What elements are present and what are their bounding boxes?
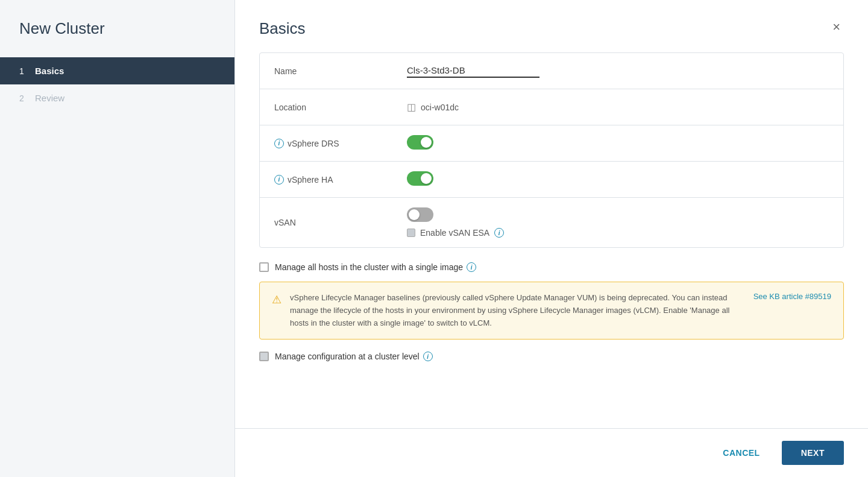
next-button[interactable]: NEXT xyxy=(782,441,844,465)
sidebar-title: New Cluster xyxy=(0,19,234,57)
warning-icon: ⚠ xyxy=(272,293,281,329)
step-number-2: 2 xyxy=(19,93,29,103)
datacenter-icon: ◫ xyxy=(407,101,416,113)
manage-hosts-checkbox[interactable] xyxy=(259,262,269,272)
location-label: Location xyxy=(274,103,407,112)
vsan-row: vSAN Enable vSAN ESA i xyxy=(260,198,843,247)
name-label: Name xyxy=(274,66,407,76)
vsan-esa-row: Enable vSAN ESA i xyxy=(407,228,829,238)
main-panel: Basics × Name Location ◫ oci-w01dc i vS xyxy=(235,0,868,477)
vsan-toggle[interactable] xyxy=(407,207,433,222)
vsan-esa-info-icon[interactable]: i xyxy=(494,228,504,238)
vsphere-ha-info-icon[interactable]: i xyxy=(274,175,284,185)
warning-text: vSphere Lifecycle Manager baselines (pre… xyxy=(290,292,745,329)
manage-config-checkbox[interactable] xyxy=(259,352,269,361)
manage-config-label: Manage configuration at a cluster level … xyxy=(275,352,433,361)
vsphere-drs-toggle-wrapper xyxy=(407,135,829,151)
warning-box: ⚠ vSphere Lifecycle Manager baselines (p… xyxy=(259,282,844,340)
name-value xyxy=(407,64,829,78)
step-label-review: Review xyxy=(35,93,64,103)
manage-hosts-info-icon[interactable]: i xyxy=(467,262,476,272)
sidebar: New Cluster 1 Basics 2 Review xyxy=(0,0,235,477)
location-value: ◫ oci-w01dc xyxy=(407,101,829,113)
manage-config-info-icon[interactable]: i xyxy=(423,352,433,361)
vsphere-drs-thumb xyxy=(421,137,432,148)
vsphere-ha-row: i vSphere HA xyxy=(260,162,843,198)
vsan-esa-label: Enable vSAN ESA xyxy=(420,228,489,238)
location-row: Location ◫ oci-w01dc xyxy=(260,89,843,125)
manage-config-row: Manage configuration at a cluster level … xyxy=(259,352,844,361)
step-label-basics: Basics xyxy=(35,66,64,76)
vsan-controls: Enable vSAN ESA i xyxy=(407,207,829,238)
sidebar-item-review[interactable]: 2 Review xyxy=(0,84,234,112)
cancel-button[interactable]: CANCEL xyxy=(708,441,774,465)
footer: CANCEL NEXT xyxy=(235,428,868,477)
name-row: Name xyxy=(260,53,843,89)
warning-link[interactable]: See KB article #89519 xyxy=(753,292,831,329)
vsphere-drs-label: i vSphere DRS xyxy=(274,139,407,148)
location-text: oci-w01dc xyxy=(421,103,459,112)
vsan-esa-checkbox[interactable] xyxy=(407,229,415,237)
close-button[interactable]: × xyxy=(829,19,844,35)
vsan-label: vSAN xyxy=(274,218,407,227)
manage-hosts-row: Manage all hosts in the cluster with a s… xyxy=(259,262,844,272)
vsphere-ha-label: i vSphere HA xyxy=(274,175,407,185)
manage-hosts-label: Manage all hosts in the cluster with a s… xyxy=(275,262,476,272)
basics-form: Name Location ◫ oci-w01dc i vSphere DRS xyxy=(259,52,844,248)
main-header: Basics × xyxy=(259,19,844,38)
vsphere-ha-thumb xyxy=(421,173,432,184)
vsphere-drs-toggle[interactable] xyxy=(407,135,433,150)
name-input[interactable] xyxy=(407,64,539,78)
vsphere-ha-toggle-wrapper xyxy=(407,171,829,188)
main-title: Basics xyxy=(259,19,306,38)
step-number-1: 1 xyxy=(19,66,29,76)
vsan-thumb xyxy=(409,209,420,220)
sidebar-item-basics[interactable]: 1 Basics xyxy=(0,57,234,84)
vsphere-drs-row: i vSphere DRS xyxy=(260,125,843,162)
vsphere-ha-toggle[interactable] xyxy=(407,171,433,186)
vsphere-drs-info-icon[interactable]: i xyxy=(274,139,284,148)
